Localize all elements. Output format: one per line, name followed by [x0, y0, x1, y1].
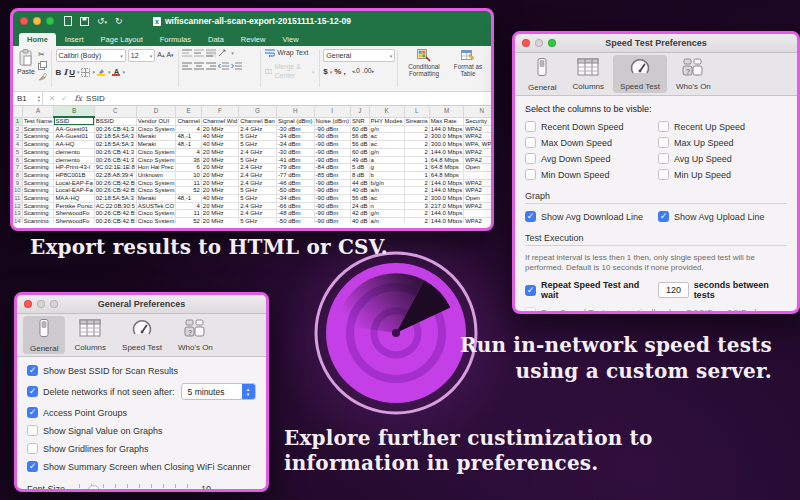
cell-A4[interactable]: Scanning — [22, 141, 54, 149]
cell-M12[interactable]: 217.0 Mbps — [429, 202, 463, 210]
row-header-8[interactable]: 8 — [13, 171, 22, 179]
cell-B10[interactable]: Local-EAP-Fa — [54, 187, 94, 195]
cell-C10[interactable]: 00:26:CB:42:B — [94, 187, 136, 195]
cell-M14[interactable]: 144.0 Mbps — [429, 218, 463, 223]
decrease-decimal-icon[interactable]: .00▸ — [362, 67, 374, 75]
cell-E4[interactable]: 48,-1 — [176, 141, 201, 149]
cell-E7[interactable]: 6 — [176, 164, 201, 172]
cell-C12[interactable]: AC:22:0B:30:5 — [94, 202, 136, 210]
cell-D14[interactable]: Cisco System — [136, 218, 176, 223]
cell-J2[interactable]: 60 dB — [350, 125, 369, 133]
cell-A9[interactable]: Scanning — [22, 179, 54, 187]
checkbox-show-best-ssid-for-scan-results[interactable]: ✓ — [27, 365, 38, 376]
percent-format-button[interactable]: % — [334, 67, 341, 76]
format-painter-icon[interactable] — [38, 72, 47, 81]
cell-J3[interactable]: 56 dB — [350, 133, 369, 141]
column-header-N[interactable]: N — [464, 106, 491, 117]
cell-L5[interactable]: 2 — [404, 148, 429, 156]
cell-I8[interactable]: -85 dBm — [314, 171, 350, 179]
cell-N10[interactable]: WPA2 — [464, 187, 491, 195]
cell-L6[interactable]: 1 — [404, 156, 429, 164]
checkbox-max-down-speed[interactable] — [525, 137, 536, 148]
cell-A12[interactable]: Scanning — [22, 202, 54, 210]
cell-L2[interactable]: 2 — [404, 125, 429, 133]
excel-tab-home[interactable]: Home — [19, 33, 56, 46]
cell-H1[interactable]: Signal (dBm) — [276, 117, 314, 125]
cell-J11[interactable]: 56 dB — [350, 195, 369, 203]
row-header-2[interactable]: 2 — [13, 125, 22, 133]
cell-L4[interactable]: 2 — [404, 141, 429, 149]
checkbox-show-avg-download-line[interactable]: ✓ — [525, 211, 536, 222]
cell-E12[interactable]: 4 — [176, 202, 201, 210]
cell-B11[interactable]: MAA-HQ — [54, 195, 94, 203]
cell-E13[interactable]: 11 — [176, 210, 201, 218]
auto-run-checkbox[interactable] — [525, 307, 536, 314]
cell-D5[interactable]: Cisco System — [136, 148, 176, 156]
merge-center-button[interactable]: Merge & Center ▾ — [265, 63, 314, 80]
align-top-icon[interactable] — [182, 49, 192, 57]
align-middle-icon[interactable] — [194, 49, 204, 57]
cell-K6[interactable]: a — [369, 156, 404, 164]
cell-D10[interactable]: Cisco System — [136, 187, 176, 195]
increase-indent-icon[interactable] — [231, 62, 242, 70]
row-header-6[interactable]: 6 — [13, 156, 22, 164]
cell-M10[interactable]: 144.0 Mbps — [429, 187, 463, 195]
align-bottom-icon[interactable] — [206, 49, 216, 57]
cell-I5[interactable]: -90 dBm — [314, 148, 350, 156]
column-header-B[interactable]: B — [54, 106, 94, 117]
cell-A10[interactable]: Scanning — [22, 187, 54, 195]
cell-H9[interactable]: -46 dBm — [276, 179, 314, 187]
checkbox-access-point-groups[interactable]: ✓ — [27, 407, 38, 418]
align-left-icon[interactable] — [182, 62, 192, 70]
cell-M13[interactable]: 144.0 Mbps — [429, 210, 463, 218]
column-header-J[interactable]: J — [350, 106, 369, 117]
number-format-select[interactable]: General▾ — [323, 49, 395, 62]
cell-F4[interactable]: 40 MHz — [201, 141, 238, 149]
cell-C7[interactable]: 9C:02:1E:1E:8 — [94, 164, 136, 172]
cell-C4[interactable]: 02:18:5A:5A:3 — [94, 141, 136, 149]
cell-A14[interactable]: Scanning — [22, 218, 54, 223]
cell-H8[interactable]: -77 dBm — [276, 171, 314, 179]
cell-C1[interactable]: BSSID — [94, 117, 136, 125]
checkbox-min-up-speed[interactable] — [658, 169, 669, 180]
column-header-K[interactable]: K — [369, 106, 404, 117]
cell-F7[interactable]: 20 MHz — [201, 164, 238, 172]
row-header-7[interactable]: 7 — [13, 164, 22, 172]
cell-E6[interactable]: 36 — [176, 156, 201, 164]
repeat-speed-test-checkbox[interactable]: ✓ — [525, 285, 536, 296]
checkbox-delete-networks-if-not-seen-after-[interactable]: ✓ — [27, 386, 38, 397]
cell-L12[interactable]: 3 — [404, 202, 429, 210]
cell-L14[interactable]: 2 — [404, 218, 429, 223]
pref-tab-general[interactable]: General — [23, 316, 65, 354]
cell-L7[interactable]: 1 — [404, 164, 429, 172]
cell-D6[interactable]: Cisco System — [136, 156, 176, 164]
grow-font-icon[interactable]: A▴ — [157, 51, 164, 59]
cell-G9[interactable]: 2.4 GHz — [239, 179, 277, 187]
cell-N14[interactable]: WPA2 — [464, 218, 491, 223]
cell-C13[interactable]: 00:26:CB:42:B — [94, 210, 136, 218]
cell-G12[interactable]: 2.4 GHz — [239, 202, 277, 210]
cell-K4[interactable]: ac — [369, 141, 404, 149]
cell-M1[interactable]: Max Rate — [429, 117, 463, 125]
cell-A6[interactable]: Scanning — [22, 156, 54, 164]
cell-C11[interactable]: 02:18:5A:5A:3 — [94, 195, 136, 203]
cell-N1[interactable]: Security — [464, 117, 491, 125]
cell-D8[interactable]: Unknown — [136, 171, 176, 179]
cell-H4[interactable]: -34 dBm — [276, 141, 314, 149]
cell-D3[interactable]: Meraki — [136, 133, 176, 141]
cell-A3[interactable]: Scanning — [22, 133, 54, 141]
cell-I10[interactable]: -90 dBm — [314, 187, 350, 195]
align-center-icon[interactable] — [194, 62, 204, 70]
cell-A5[interactable]: Scanning — [22, 148, 54, 156]
excel-tab-data[interactable]: Data — [200, 33, 232, 46]
confirm-entry-icon[interactable]: ✓ — [61, 94, 67, 103]
column-header-A[interactable]: A — [22, 106, 54, 117]
cell-B9[interactable]: Local-EAP-Fa — [54, 179, 94, 187]
cell-D7[interactable]: Hon Hai Prec — [136, 164, 176, 172]
checkbox-recent-down-speed[interactable] — [525, 121, 536, 132]
cell-N2[interactable]: WPA2 — [464, 125, 491, 133]
cell-A7[interactable]: Scanning — [22, 164, 54, 172]
cell-B4[interactable]: AA-HQ — [54, 141, 94, 149]
cell-J9[interactable]: 44 dB — [350, 179, 369, 187]
row-header-9[interactable]: 9 — [13, 179, 22, 187]
